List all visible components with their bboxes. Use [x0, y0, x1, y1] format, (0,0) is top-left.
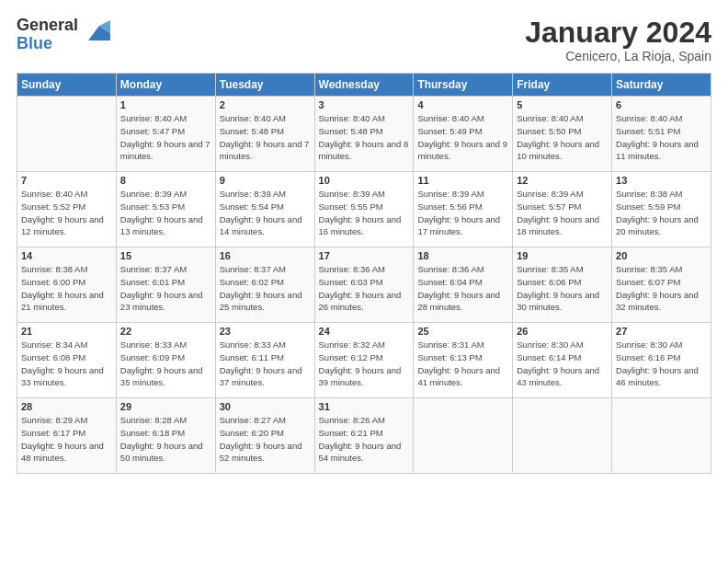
day-info: Sunrise: 8:33 AMSunset: 6:11 PMDaylight:… — [220, 339, 311, 389]
day-number: 20 — [616, 250, 707, 261]
day-number: 16 — [220, 250, 311, 261]
day-info: Sunrise: 8:39 AMSunset: 5:53 PMDaylight:… — [120, 188, 211, 238]
day-number: 3 — [319, 99, 410, 110]
week-row-2: 7Sunrise: 8:40 AMSunset: 5:52 PMDaylight… — [17, 172, 711, 247]
day-number: 31 — [319, 401, 410, 412]
day-cell: 7Sunrise: 8:40 AMSunset: 5:52 PMDaylight… — [17, 172, 117, 247]
day-info: Sunrise: 8:40 AMSunset: 5:47 PMDaylight:… — [120, 112, 211, 163]
calendar-page: General Blue January 2024 Cenicero, La R… — [0, 0, 728, 563]
calendar-table: SundayMondayTuesdayWednesdayThursdayFrid… — [17, 73, 711, 474]
day-cell: 19Sunrise: 8:35 AMSunset: 6:06 PMDayligh… — [513, 247, 612, 323]
day-number: 8 — [120, 175, 211, 186]
day-info: Sunrise: 8:40 AMSunset: 5:48 PMDaylight:… — [319, 112, 410, 163]
day-header-sunday: Sunday — [17, 74, 117, 97]
day-number: 21 — [21, 326, 112, 337]
day-cell — [612, 398, 711, 474]
day-cell: 22Sunrise: 8:33 AMSunset: 6:09 PMDayligh… — [116, 323, 215, 398]
day-info: Sunrise: 8:39 AMSunset: 5:55 PMDaylight:… — [319, 188, 410, 238]
day-number: 28 — [21, 401, 112, 412]
day-number: 15 — [120, 250, 211, 261]
day-cell: 12Sunrise: 8:39 AMSunset: 5:57 PMDayligh… — [513, 172, 612, 247]
day-info: Sunrise: 8:30 AMSunset: 6:16 PMDaylight:… — [616, 339, 707, 389]
logo-text: General Blue — [17, 17, 110, 53]
month-title: January 2024 — [525, 17, 711, 49]
day-cell: 2Sunrise: 8:40 AMSunset: 5:48 PMDaylight… — [215, 97, 314, 172]
logo-text-block: General Blue — [17, 17, 110, 53]
day-number: 14 — [21, 250, 112, 261]
day-info: Sunrise: 8:32 AMSunset: 6:12 PMDaylight:… — [319, 339, 410, 389]
day-cell: 4Sunrise: 8:40 AMSunset: 5:49 PMDaylight… — [414, 97, 513, 172]
logo: General Blue — [17, 17, 110, 53]
day-info: Sunrise: 8:37 AMSunset: 6:02 PMDaylight:… — [220, 263, 311, 314]
day-info: Sunrise: 8:39 AMSunset: 5:56 PMDaylight:… — [417, 188, 508, 238]
location: Cenicero, La Rioja, Spain — [525, 49, 711, 63]
day-number: 23 — [220, 326, 311, 337]
day-info: Sunrise: 8:31 AMSunset: 6:13 PMDaylight:… — [417, 339, 508, 389]
day-info: Sunrise: 8:26 AMSunset: 6:21 PMDaylight:… — [319, 414, 410, 465]
header-row: SundayMondayTuesdayWednesdayThursdayFrid… — [17, 74, 711, 97]
day-cell: 17Sunrise: 8:36 AMSunset: 6:03 PMDayligh… — [314, 247, 414, 323]
day-info: Sunrise: 8:34 AMSunset: 6:08 PMDaylight:… — [21, 339, 112, 389]
day-cell: 13Sunrise: 8:38 AMSunset: 5:59 PMDayligh… — [612, 172, 711, 247]
day-cell: 20Sunrise: 8:35 AMSunset: 6:07 PMDayligh… — [612, 247, 711, 323]
week-row-5: 28Sunrise: 8:29 AMSunset: 6:17 PMDayligh… — [17, 398, 711, 474]
day-number: 1 — [120, 99, 211, 110]
day-number: 9 — [220, 175, 311, 186]
day-number: 22 — [120, 326, 211, 337]
day-number: 18 — [417, 250, 508, 261]
day-info: Sunrise: 8:40 AMSunset: 5:48 PMDaylight:… — [220, 112, 311, 163]
day-cell: 8Sunrise: 8:39 AMSunset: 5:53 PMDaylight… — [116, 172, 215, 247]
title-area: January 2024 Cenicero, La Rioja, Spain — [525, 17, 711, 63]
day-cell — [17, 97, 117, 172]
day-info: Sunrise: 8:30 AMSunset: 6:14 PMDaylight:… — [517, 339, 608, 389]
day-cell: 5Sunrise: 8:40 AMSunset: 5:50 PMDaylight… — [513, 97, 612, 172]
day-info: Sunrise: 8:40 AMSunset: 5:49 PMDaylight:… — [417, 112, 508, 163]
day-cell: 28Sunrise: 8:29 AMSunset: 6:17 PMDayligh… — [17, 398, 117, 474]
day-info: Sunrise: 8:37 AMSunset: 6:01 PMDaylight:… — [120, 263, 211, 314]
day-number: 4 — [417, 99, 508, 110]
header: General Blue January 2024 Cenicero, La R… — [17, 17, 711, 63]
day-number: 17 — [319, 250, 410, 261]
day-info: Sunrise: 8:28 AMSunset: 6:18 PMDaylight:… — [120, 414, 211, 465]
day-cell: 29Sunrise: 8:28 AMSunset: 6:18 PMDayligh… — [116, 398, 215, 474]
day-number: 10 — [319, 175, 410, 186]
day-cell: 10Sunrise: 8:39 AMSunset: 5:55 PMDayligh… — [314, 172, 414, 247]
day-cell: 18Sunrise: 8:36 AMSunset: 6:04 PMDayligh… — [414, 247, 513, 323]
week-row-1: 1Sunrise: 8:40 AMSunset: 5:47 PMDaylight… — [17, 97, 711, 172]
day-number: 26 — [517, 326, 608, 337]
day-number: 29 — [120, 401, 211, 412]
day-info: Sunrise: 8:38 AMSunset: 5:59 PMDaylight:… — [616, 188, 707, 238]
logo-general: General — [17, 17, 78, 35]
day-cell: 24Sunrise: 8:32 AMSunset: 6:12 PMDayligh… — [314, 323, 414, 398]
day-info: Sunrise: 8:40 AMSunset: 5:51 PMDaylight:… — [616, 112, 707, 163]
day-cell: 30Sunrise: 8:27 AMSunset: 6:20 PMDayligh… — [215, 398, 314, 474]
day-info: Sunrise: 8:36 AMSunset: 6:04 PMDaylight:… — [417, 263, 508, 314]
day-number: 24 — [319, 326, 410, 337]
day-info: Sunrise: 8:29 AMSunset: 6:17 PMDaylight:… — [21, 414, 112, 465]
day-cell: 23Sunrise: 8:33 AMSunset: 6:11 PMDayligh… — [215, 323, 314, 398]
day-number: 11 — [417, 175, 508, 186]
day-info: Sunrise: 8:38 AMSunset: 6:00 PMDaylight:… — [21, 263, 112, 314]
day-cell — [513, 398, 612, 474]
day-cell: 21Sunrise: 8:34 AMSunset: 6:08 PMDayligh… — [17, 323, 117, 398]
day-cell: 31Sunrise: 8:26 AMSunset: 6:21 PMDayligh… — [314, 398, 414, 474]
day-number: 19 — [517, 250, 608, 261]
day-cell: 3Sunrise: 8:40 AMSunset: 5:48 PMDaylight… — [314, 97, 414, 172]
day-header-tuesday: Tuesday — [215, 74, 314, 97]
day-number: 7 — [21, 175, 112, 186]
day-cell: 15Sunrise: 8:37 AMSunset: 6:01 PMDayligh… — [116, 247, 215, 323]
day-number: 5 — [517, 99, 608, 110]
day-header-wednesday: Wednesday — [314, 74, 414, 97]
day-cell: 25Sunrise: 8:31 AMSunset: 6:13 PMDayligh… — [414, 323, 513, 398]
day-header-friday: Friday — [513, 74, 612, 97]
logo-icon — [81, 18, 110, 48]
day-info: Sunrise: 8:40 AMSunset: 5:52 PMDaylight:… — [21, 188, 112, 238]
day-header-monday: Monday — [116, 74, 215, 97]
day-number: 12 — [517, 175, 608, 186]
day-cell: 9Sunrise: 8:39 AMSunset: 5:54 PMDaylight… — [215, 172, 314, 247]
day-cell: 26Sunrise: 8:30 AMSunset: 6:14 PMDayligh… — [513, 323, 612, 398]
day-number: 13 — [616, 175, 707, 186]
day-header-saturday: Saturday — [612, 74, 711, 97]
day-number: 30 — [220, 401, 311, 412]
day-info: Sunrise: 8:36 AMSunset: 6:03 PMDaylight:… — [319, 263, 410, 314]
